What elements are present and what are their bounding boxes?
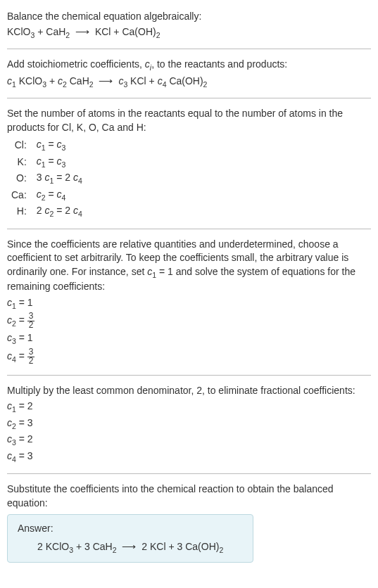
- stoich-section: Add stoichiometric coefficients, ci, to …: [7, 53, 371, 94]
- coef: 2: [37, 541, 46, 552]
- divider: [7, 229, 371, 229]
- c: c: [37, 188, 42, 200]
- element-label: Cl:: [7, 137, 32, 153]
- reactant-1-sub: 3: [30, 30, 34, 39]
- divider: [7, 49, 371, 49]
- reactant-1: KClO: [7, 26, 30, 37]
- balanced-equation: 2 KClO3 + 3 CaH2 ⟶ 2 KCl + 3 Ca(OH)2: [18, 540, 243, 555]
- coef-row: c4 = 32: [7, 347, 371, 366]
- coef: 3: [84, 541, 93, 552]
- table-row: O: 3 c1 = 2 c4: [7, 170, 87, 186]
- c: c: [7, 400, 12, 411]
- solve-section: Since the coefficients are relative quan…: [7, 234, 371, 371]
- coef-sub: 2: [63, 79, 67, 88]
- coef-row: c3 = 1: [7, 331, 371, 347]
- balance-eq: c1 = c3: [32, 154, 87, 170]
- coef-list: c1 = 2 c2 = 3 c3 = 2 c4 = 3: [7, 399, 371, 465]
- multiply-text: Multiply by the least common denominator…: [7, 384, 371, 398]
- reactant-2: CaH: [93, 541, 113, 552]
- s: 3: [62, 143, 66, 152]
- mult: 3: [37, 172, 45, 183]
- reactant-1: KClO: [46, 541, 69, 552]
- product-1: KCl: [95, 26, 111, 37]
- atom-balance-table: Cl: c1 = c3 K: c1 = c3 O: 3 c1 = 2 c4 Ca…: [7, 137, 87, 219]
- product-2: Ca(OH): [169, 75, 203, 87]
- coef: c: [7, 75, 12, 87]
- eq: =: [46, 155, 57, 167]
- coef: 2: [141, 541, 150, 552]
- stoich-equation: c1 KClO3 + c2 CaH2 ⟶ c3 KCl + c4 Ca(OH)2: [7, 75, 371, 89]
- balance-eq: 3 c1 = 2 c4: [32, 170, 87, 186]
- reactant-2-sub: 2: [89, 79, 94, 88]
- table-row: Cl: c1 = c3: [7, 137, 87, 153]
- atoms-section: Set the number of atoms in the reactants…: [7, 103, 371, 224]
- s: 4: [62, 193, 66, 201]
- plus: +: [168, 541, 177, 552]
- reactant-2: CaH: [70, 75, 89, 87]
- product-2-sub: 2: [156, 30, 160, 39]
- s: 4: [78, 177, 82, 185]
- product-2-sub: 2: [219, 546, 223, 554]
- plus: +: [113, 26, 122, 37]
- element-label: K:: [7, 154, 32, 170]
- mult: 2: [37, 205, 45, 216]
- arrow-icon: ⟶: [119, 541, 139, 552]
- c: c: [7, 297, 12, 308]
- unbalanced-equation: KClO3 + CaH2 ⟶ KCl + Ca(OH)2: [7, 25, 371, 40]
- answer-box: Answer: 2 KClO3 + 3 CaH2 ⟶ 2 KCl + 3 Ca(…: [7, 514, 253, 563]
- coef: 3: [177, 541, 186, 552]
- c: c: [7, 433, 12, 445]
- val: = 2: [16, 400, 33, 411]
- plus: +: [76, 541, 84, 552]
- c: c: [57, 155, 62, 167]
- intro-section: Balance the chemical equation algebraica…: [7, 6, 371, 44]
- c: c: [7, 450, 12, 461]
- reactant-2-sub: 2: [65, 30, 70, 39]
- eq: =: [46, 188, 57, 200]
- val: =: [16, 350, 27, 362]
- c: c: [57, 188, 62, 200]
- s: 4: [78, 210, 82, 218]
- reactant-2-sub: 2: [113, 546, 117, 554]
- c: c: [73, 172, 78, 183]
- coef-list: c1 = 1 c2 = 32 c3 = 1 c4 = 32: [7, 295, 371, 366]
- intro-title: Balance the chemical equation algebraica…: [7, 10, 371, 24]
- coef-row: c3 = 2: [7, 432, 371, 448]
- element-label: O:: [7, 170, 32, 186]
- divider: [7, 98, 371, 98]
- eq: =: [53, 205, 65, 216]
- coef-row: c4 = 3: [7, 449, 371, 465]
- table-row: K: c1 = c3: [7, 154, 87, 170]
- coef: c: [158, 75, 163, 87]
- plus: +: [49, 75, 58, 87]
- final-section: Substitute the coefficients into the che…: [7, 478, 371, 567]
- product-2-sub: 2: [203, 79, 208, 88]
- plus: +: [149, 75, 158, 87]
- product-1: KCl: [130, 75, 146, 87]
- c: c: [73, 205, 78, 216]
- answer-label: Answer:: [18, 522, 243, 536]
- final-text: Substitute the coefficients into the che…: [7, 482, 371, 510]
- c: c: [37, 155, 42, 167]
- val: = 3: [16, 417, 33, 428]
- fraction: 32: [27, 312, 35, 330]
- mult: 2: [65, 205, 73, 216]
- stoich-text: Add stoichiometric coefficients, ci, to …: [7, 58, 371, 72]
- val: = 1: [16, 332, 33, 343]
- val: =: [16, 315, 27, 326]
- mult: 2: [65, 172, 73, 183]
- reactant-2: CaH: [46, 26, 65, 37]
- text-part: , to the reactants and products:: [151, 58, 287, 70]
- coef-sub: 4: [163, 79, 167, 88]
- c: c: [37, 139, 42, 150]
- eq: =: [46, 139, 57, 150]
- arrow-icon: ⟶: [96, 75, 115, 87]
- coef-row: c2 = 32: [7, 312, 371, 331]
- text-part: Add stoichiometric coefficients,: [7, 58, 145, 70]
- element-label: Ca:: [7, 187, 32, 203]
- val: = 2: [16, 433, 33, 445]
- c: c: [7, 350, 12, 362]
- val: = 3: [16, 450, 33, 461]
- s: 3: [62, 160, 66, 169]
- table-row: H: 2 c2 = 2 c4: [7, 203, 87, 219]
